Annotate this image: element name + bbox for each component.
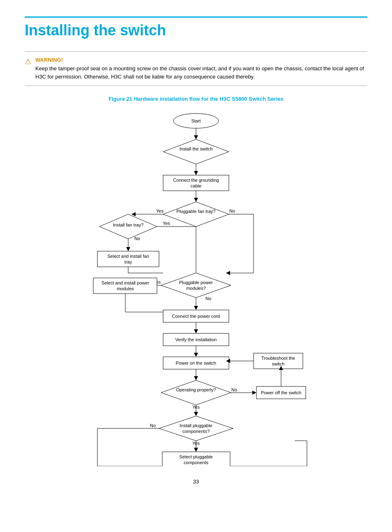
svg-text:tray: tray	[125, 259, 132, 264]
svg-marker-12	[194, 198, 198, 202]
svg-text:components?: components?	[182, 429, 210, 434]
svg-text:No: No	[134, 236, 140, 241]
svg-marker-78	[159, 416, 233, 441]
svg-text:Pluggable power: Pluggable power	[179, 280, 213, 285]
svg-marker-13	[163, 202, 229, 227]
warning-icon: ⚠	[25, 57, 31, 66]
svg-text:Connect the grounding: Connect the grounding	[173, 178, 219, 183]
svg-marker-52	[194, 329, 198, 333]
svg-text:Yes: Yes	[156, 208, 164, 213]
warning-box: ⚠ WARNING! Keep the tamper-proof seal on…	[25, 51, 367, 86]
svg-text:No: No	[205, 296, 211, 301]
svg-text:Operating properly?: Operating properly?	[176, 387, 216, 392]
svg-text:Pluggable fan tray?: Pluggable fan tray?	[177, 209, 216, 214]
svg-text:Start: Start	[191, 118, 201, 123]
svg-text:Yes: Yes	[163, 221, 170, 226]
svg-text:Install fan tray?: Install fan tray?	[113, 222, 144, 227]
svg-text:No: No	[150, 423, 156, 428]
flowchart-container: Start Install the switch Connect the gro…	[25, 109, 367, 466]
svg-text:Install pluggable: Install pluggable	[180, 423, 212, 428]
page-number: 33	[25, 479, 367, 485]
svg-text:switch: switch	[272, 361, 285, 366]
warning-text: Keep the tamper-proof seal on a mounting…	[35, 65, 367, 81]
svg-marker-66	[161, 380, 231, 405]
warning-label: WARNING!	[35, 57, 367, 63]
svg-text:Select and install fan: Select and install fan	[107, 254, 149, 259]
svg-marker-89	[194, 448, 198, 452]
svg-text:No: No	[229, 208, 235, 213]
svg-marker-71	[252, 391, 256, 395]
figure-caption: Figure 21 Hardware installation flow for…	[25, 96, 367, 102]
svg-text:components: components	[184, 460, 208, 465]
svg-text:Connect the power cord: Connect the power cord	[172, 314, 220, 319]
svg-text:Power off the switch: Power off the switch	[261, 390, 301, 395]
svg-text:Verify the installation: Verify the installation	[175, 337, 217, 342]
svg-text:Install the switch: Install the switch	[180, 146, 213, 151]
svg-marker-65	[194, 376, 198, 380]
svg-text:modules: modules	[117, 286, 134, 291]
svg-text:Select pluggable: Select pluggable	[179, 454, 212, 459]
svg-text:cable: cable	[191, 183, 201, 188]
svg-marker-25	[126, 247, 130, 251]
svg-marker-18	[131, 212, 136, 216]
svg-marker-4	[163, 139, 229, 164]
svg-marker-48	[194, 306, 198, 310]
svg-marker-35	[161, 273, 231, 298]
svg-text:modules?: modules?	[186, 286, 206, 291]
page-title: Installing the switch	[25, 16, 367, 39]
svg-marker-32	[226, 271, 230, 275]
svg-text:No: No	[231, 387, 237, 392]
svg-marker-3	[194, 135, 198, 139]
svg-marker-56	[194, 353, 198, 357]
svg-text:Troubleshoot the: Troubleshoot the	[261, 356, 295, 361]
svg-marker-7	[194, 171, 198, 175]
svg-text:Power on the switch: Power on the switch	[176, 361, 216, 365]
svg-marker-77	[194, 412, 198, 416]
svg-text:Select and install power: Select and install power	[101, 280, 150, 285]
